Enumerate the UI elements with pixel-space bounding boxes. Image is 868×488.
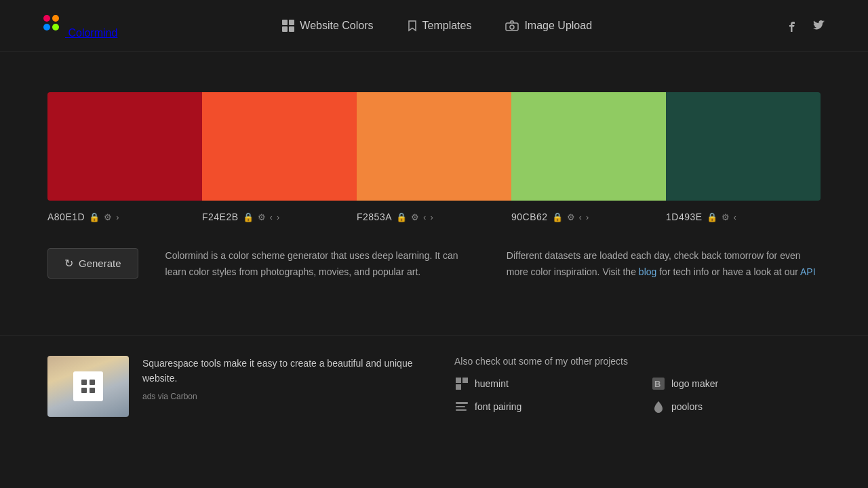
label-cell-4: 1D493E 🔒 ⚙ ‹	[666, 206, 821, 228]
font-pairing-icon	[454, 399, 469, 414]
chevron-left-4[interactable]: ‹	[734, 212, 736, 222]
svg-text:B: B	[654, 379, 660, 389]
image-upload-link[interactable]: Image Upload	[505, 20, 592, 32]
adjust-icon-0[interactable]: ⚙	[104, 212, 112, 222]
logo-icon	[41, 12, 65, 37]
twitter-icon	[813, 20, 825, 30]
social-links	[784, 18, 827, 34]
poolors-icon	[651, 399, 666, 414]
swatch-4	[666, 92, 821, 201]
adjust-icon-1[interactable]: ⚙	[258, 212, 266, 222]
adjust-icon-4[interactable]: ⚙	[722, 212, 730, 222]
swatch-0	[47, 92, 202, 201]
lock-icon-4[interactable]: 🔒	[707, 212, 717, 222]
image-upload-label: Image Upload	[524, 20, 592, 32]
swatch-1	[202, 92, 357, 201]
api-link[interactable]: API	[800, 266, 816, 277]
nav-links: Website Colors Templates Image Upload	[282, 20, 592, 32]
website-colors-link[interactable]: Website Colors	[282, 20, 373, 32]
navbar: Colormind Website Colors Templates I	[0, 0, 868, 52]
poolors-label: poolors	[671, 401, 703, 412]
hex-2: F2853A	[357, 211, 392, 222]
other-projects-title: Also check out some of my other projects	[454, 356, 821, 367]
ad-description: Squarespace tools make it easy to create…	[142, 356, 414, 386]
squarespace-logo-icon	[73, 371, 103, 401]
blog-link[interactable]: blog	[639, 266, 656, 277]
footer: Squarespace tools make it easy to create…	[0, 356, 868, 417]
other-projects: Also check out some of my other projects…	[454, 356, 821, 414]
facebook-link[interactable]	[784, 18, 800, 34]
side-description: Different datasets are loaded each day, …	[507, 248, 821, 281]
color-labels-row: A80E1D 🔒 ⚙ › F24E2B 🔒 ⚙ ‹ › F2853A 🔒 ⚙ ‹…	[47, 206, 821, 228]
svg-rect-12	[456, 384, 461, 390]
huemint-icon	[454, 376, 469, 391]
generate-button[interactable]: ↻ Generate	[47, 248, 138, 279]
chevron-right-2[interactable]: ›	[430, 212, 433, 222]
chevron-right-0[interactable]: ›	[116, 212, 119, 222]
chevron-right-1[interactable]: ›	[277, 212, 279, 222]
templates-link[interactable]: Templates	[408, 20, 472, 32]
logo-maker-label: logo maker	[671, 378, 718, 389]
ad-block: Squarespace tools make it easy to create…	[47, 356, 414, 417]
lock-icon-3[interactable]: 🔒	[552, 212, 563, 222]
refresh-icon: ↻	[64, 257, 73, 270]
chevron-left-2[interactable]: ‹	[423, 212, 426, 222]
svg-rect-6	[81, 380, 87, 385]
hex-4: 1D493E	[666, 211, 703, 222]
svg-point-2	[43, 24, 50, 30]
svg-point-0	[43, 15, 50, 22]
svg-point-3	[52, 24, 59, 30]
project-huemint[interactable]: huemint	[454, 376, 624, 391]
svg-rect-17	[456, 409, 467, 411]
hex-3: 90CB62	[511, 211, 548, 222]
ad-via: ads via Carbon	[142, 392, 197, 401]
twitter-link[interactable]	[811, 18, 827, 34]
description-text: Colormind is a color scheme generator th…	[165, 248, 479, 281]
svg-rect-16	[456, 406, 465, 407]
bookmark-icon	[408, 20, 417, 32]
lock-icon-0[interactable]: 🔒	[89, 212, 100, 222]
chevron-right-3[interactable]: ›	[586, 212, 589, 222]
projects-grid: huemint B logo maker	[454, 376, 821, 414]
footer-divider	[0, 335, 868, 336]
hex-0: A80E1D	[47, 211, 85, 222]
svg-rect-7	[90, 380, 95, 385]
label-cell-2: F2853A 🔒 ⚙ ‹ ›	[357, 206, 511, 228]
bottom-section: ↻ Generate Colormind is a color scheme g…	[47, 248, 821, 281]
grid-icon	[282, 20, 294, 32]
svg-rect-15	[456, 402, 468, 404]
logo-link[interactable]: Colormind	[41, 12, 117, 39]
website-colors-label: Website Colors	[300, 20, 373, 32]
huemint-label: huemint	[475, 378, 509, 389]
svg-point-1	[52, 15, 59, 22]
label-cell-1: F24E2B 🔒 ⚙ ‹ ›	[202, 206, 357, 228]
swatch-3	[511, 92, 666, 201]
svg-point-5	[510, 25, 514, 29]
facebook-icon	[789, 20, 795, 32]
generate-label: Generate	[79, 258, 121, 269]
adjust-icon-3[interactable]: ⚙	[567, 212, 575, 222]
adjust-icon-2[interactable]: ⚙	[411, 212, 419, 222]
lock-icon-2[interactable]: 🔒	[396, 212, 407, 222]
font-pairing-label: font pairing	[475, 401, 521, 412]
project-logo-maker[interactable]: B logo maker	[651, 376, 821, 391]
main-content: A80E1D 🔒 ⚙ › F24E2B 🔒 ⚙ ‹ › F2853A 🔒 ⚙ ‹…	[0, 52, 868, 308]
svg-rect-9	[90, 388, 95, 393]
camera-icon	[505, 20, 519, 31]
label-cell-3: 90CB62 🔒 ⚙ ‹ ›	[511, 206, 666, 228]
ad-image	[47, 356, 129, 417]
lock-icon-1[interactable]: 🔒	[243, 212, 254, 222]
svg-rect-8	[81, 388, 87, 393]
templates-label: Templates	[422, 20, 472, 32]
project-font-pairing[interactable]: font pairing	[454, 399, 624, 414]
chevron-left-3[interactable]: ‹	[579, 212, 582, 222]
project-poolors[interactable]: poolors	[651, 399, 821, 414]
logo-maker-icon: B	[651, 376, 666, 391]
label-cell-0: A80E1D 🔒 ⚙ ›	[47, 206, 202, 228]
color-swatches	[47, 92, 821, 201]
swatch-2	[357, 92, 511, 201]
svg-rect-10	[456, 378, 461, 383]
hex-1: F24E2B	[202, 211, 239, 222]
svg-rect-11	[462, 378, 468, 383]
chevron-left-1[interactable]: ‹	[270, 212, 273, 222]
